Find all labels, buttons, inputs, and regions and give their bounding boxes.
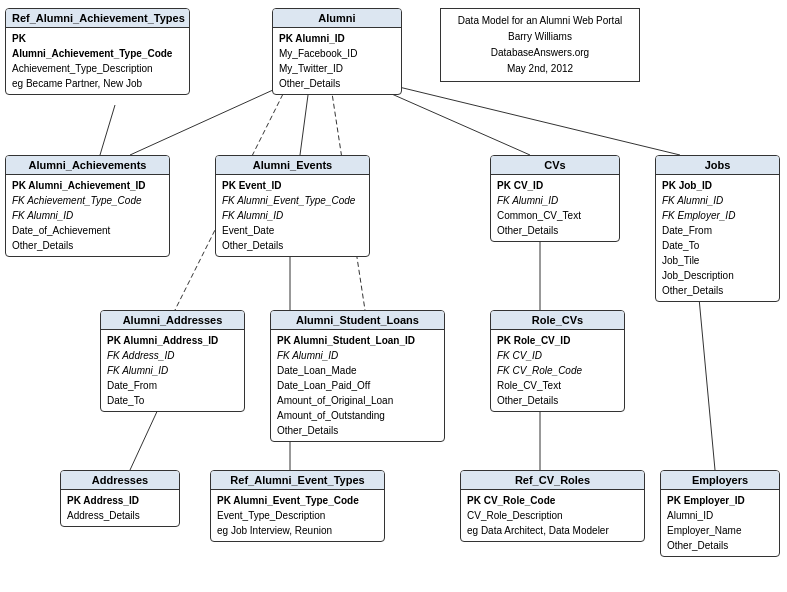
asl-f1: Date_Loan_Made [277,363,438,378]
ref-achievement-types-header: Ref_Alumni_Achievement_Types [6,9,189,28]
cvs-f1: Common_CV_Text [497,208,613,223]
entity-employers: Employers PK Employer_ID Alumni_ID Emplo… [660,470,780,557]
addresses-header: Addresses [61,471,179,490]
alumni-f1: My_Facebook_ID [279,46,395,61]
cvs-body: PK CV_ID FK Alumni_ID Common_CV_Text Oth… [491,175,619,241]
ref-cv-roles-body: PK CV_Role_Code CV_Role_Description eg D… [461,490,644,541]
aadr-fk1: FK Address_ID [107,348,238,363]
entity-alumni-student-loans: Alumni_Student_Loans PK Alumni_Student_L… [270,310,445,442]
asl-pk: PK Alumni_Student_Loan_ID [277,333,438,348]
asl-f2: Date_Loan_Paid_Off [277,378,438,393]
aa-f2: Other_Details [12,238,163,253]
addr-pk: PK Address_ID [67,493,173,508]
ae-fk1: FK Alumni_Event_Type_Code [222,193,363,208]
alumni-pk: PK Alumni_ID [279,31,395,46]
info-date: May 2nd, 2012 [507,63,573,74]
info-box: Data Model for an Alumni Web Portal Barr… [440,8,640,82]
cvs-header: CVs [491,156,619,175]
entity-ref-event-types: Ref_Alumni_Event_Types PK Alumni_Event_T… [210,470,385,542]
jobs-f4: Job_Description [662,268,773,283]
aa-pk: PK Alumni_Achievement_ID [12,178,163,193]
emp-f3: Other_Details [667,538,773,553]
rcr-f1: CV_Role_Description [467,508,638,523]
entity-ref-achievement-types: Ref_Alumni_Achievement_Types PK Alumni_A… [5,8,190,95]
entity-alumni: Alumni PK Alumni_ID My_Facebook_ID My_Tw… [272,8,402,95]
alumni-events-body: PK Event_ID FK Alumni_Event_Type_Code FK… [216,175,369,256]
rc-fk1: FK CV_ID [497,348,618,363]
ref-event-types-body: PK Alumni_Event_Type_Code Event_Type_Des… [211,490,384,541]
alumni-student-loans-body: PK Alumni_Student_Loan_ID FK Alumni_ID D… [271,330,444,441]
ref-achievement-types-body: PK Alumni_Achievement_Type_Code Achievem… [6,28,189,94]
aa-fk2: FK Alumni_ID [12,208,163,223]
ret-f1: Event_Type_Description [217,508,378,523]
addresses-body: PK Address_ID Address_Details [61,490,179,526]
emp-f2: Employer_Name [667,523,773,538]
svg-line-6 [100,105,115,155]
aa-fk1: FK Achievement_Type_Code [12,193,163,208]
svg-line-3 [370,80,680,155]
ref-cv-roles-header: Ref_CV_Roles [461,471,644,490]
alumni-f3: Other_Details [279,76,395,91]
alumni-addresses-header: Alumni_Addresses [101,311,244,330]
jobs-f3: Job_Tile [662,253,773,268]
ae-f2: Other_Details [222,238,363,253]
asl-f5: Other_Details [277,423,438,438]
entity-cvs: CVs PK CV_ID FK Alumni_ID Common_CV_Text… [490,155,620,242]
info-author: Barry Williams [508,31,572,42]
jobs-header: Jobs [656,156,779,175]
addr-f1: Address_Details [67,508,173,523]
alumni-events-header: Alumni_Events [216,156,369,175]
jobs-pk: PK Job_ID [662,178,773,193]
rc-pk: PK Role_CV_ID [497,333,618,348]
rc-fk2: FK CV_Role_Code [497,363,618,378]
alumni-achievements-body: PK Alumni_Achievement_ID FK Achievement_… [6,175,169,256]
jobs-f5: Other_Details [662,283,773,298]
employers-body: PK Employer_ID Alumni_ID Employer_Name O… [661,490,779,556]
alumni-addresses-body: PK Alumni_Address_ID FK Address_ID FK Al… [101,330,244,411]
rat-f1: Achievement_Type_Description [12,61,183,76]
info-site: DatabaseAnswers.org [491,47,589,58]
rcr-pk: PK CV_Role_Code [467,493,638,508]
jobs-fk1: FK Alumni_ID [662,193,773,208]
ret-f2: eg Job Interview, Reunion [217,523,378,538]
jobs-f1: Date_From [662,223,773,238]
svg-line-10 [130,405,160,470]
emp-f1: Alumni_ID [667,508,773,523]
ae-f1: Event_Date [222,223,363,238]
role-cvs-header: Role_CVs [491,311,624,330]
rat-pk: PK Alumni_Achievement_Type_Code [12,31,183,61]
entity-alumni-addresses: Alumni_Addresses PK Alumni_Address_ID FK… [100,310,245,412]
rc-f1: Role_CV_Text [497,378,618,393]
cvs-fk1: FK Alumni_ID [497,193,613,208]
entity-alumni-events: Alumni_Events PK Event_ID FK Alumni_Even… [215,155,370,257]
jobs-fk2: FK Employer_ID [662,208,773,223]
role-cvs-body: PK Role_CV_ID FK CV_ID FK CV_Role_Code R… [491,330,624,411]
asl-fk1: FK Alumni_ID [277,348,438,363]
asl-f4: Amount_of_Outstanding [277,408,438,423]
rat-f2: eg Became Partner, New Job [12,76,183,91]
rc-f2: Other_Details [497,393,618,408]
aadr-f2: Date_To [107,393,238,408]
diagram-container: Data Model for an Alumni Web Portal Barr… [0,0,787,592]
ref-event-types-header: Ref_Alumni_Event_Types [211,471,384,490]
alumni-body: PK Alumni_ID My_Facebook_ID My_Twitter_I… [273,28,401,94]
entity-addresses: Addresses PK Address_ID Address_Details [60,470,180,527]
rcr-f2: eg Data Architect, Data Modeler [467,523,638,538]
ret-pk: PK Alumni_Event_Type_Code [217,493,378,508]
ae-fk2: FK Alumni_ID [222,208,363,223]
asl-f3: Amount_of_Original_Loan [277,393,438,408]
alumni-header: Alumni [273,9,401,28]
jobs-f2: Date_To [662,238,773,253]
alumni-student-loans-header: Alumni_Student_Loans [271,311,444,330]
entity-ref-cv-roles: Ref_CV_Roles PK CV_Role_Code CV_Role_Des… [460,470,645,542]
aadr-fk2: FK Alumni_ID [107,363,238,378]
employers-header: Employers [661,471,779,490]
aadr-f1: Date_From [107,378,238,393]
cvs-pk: PK CV_ID [497,178,613,193]
ae-pk: PK Event_ID [222,178,363,193]
info-title: Data Model for an Alumni Web Portal [458,15,622,26]
entity-role-cvs: Role_CVs PK Role_CV_ID FK CV_ID FK CV_Ro… [490,310,625,412]
jobs-body: PK Job_ID FK Alumni_ID FK Employer_ID Da… [656,175,779,301]
emp-pk: PK Employer_ID [667,493,773,508]
entity-jobs: Jobs PK Job_ID FK Alumni_ID FK Employer_… [655,155,780,302]
